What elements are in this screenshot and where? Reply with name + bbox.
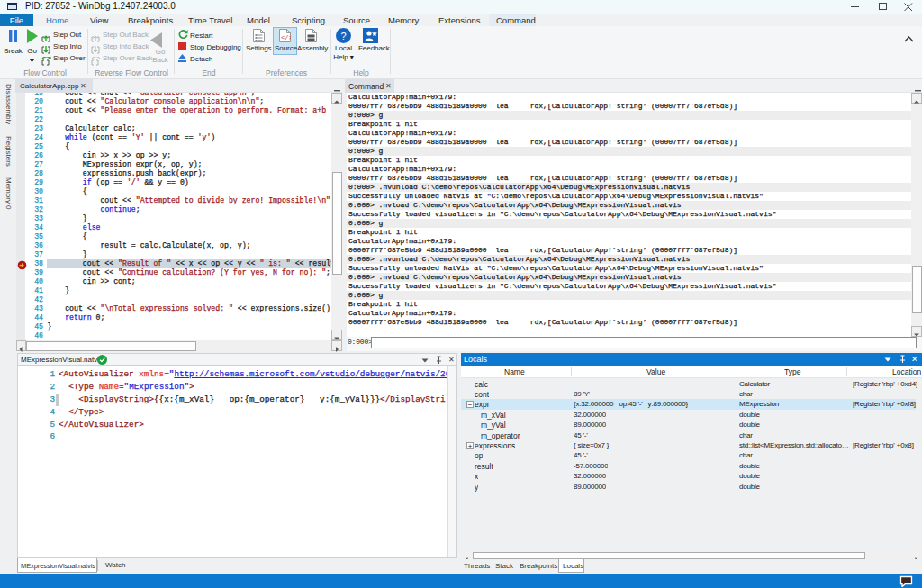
svg-text:</>: </>	[281, 34, 291, 41]
svg-text:?: ?	[340, 31, 346, 41]
